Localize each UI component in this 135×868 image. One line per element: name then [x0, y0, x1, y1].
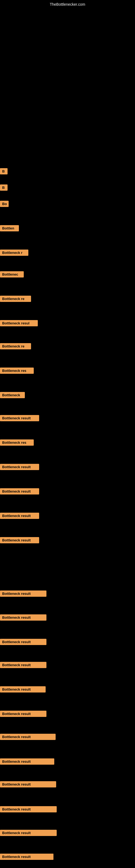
bottleneck-result-item[interactable]: Bottleneck result — [0, 711, 46, 717]
bottleneck-result-item[interactable]: Bottleneck result — [0, 686, 46, 692]
bottleneck-result-item[interactable]: B — [0, 168, 8, 175]
bottleneck-result-item[interactable]: Bottleneck resul — [0, 320, 38, 326]
bottleneck-result-item[interactable]: Bottleneck result — [0, 513, 39, 519]
bottleneck-result-item[interactable]: Bo — [0, 201, 9, 207]
bottleneck-result-item[interactable]: Bottleneck result — [0, 854, 53, 860]
bottleneck-result-item[interactable]: Bottleneck result — [0, 734, 56, 740]
bottleneck-result-item[interactable]: Bottleneck — [0, 392, 25, 398]
bottleneck-result-item[interactable]: Bottleneck res — [0, 368, 34, 374]
site-title: TheBottlenecker.com — [50, 2, 85, 6]
bottleneck-result-item[interactable]: Bottleneck result — [0, 662, 46, 668]
bottleneck-result-item[interactable]: Bottleneck result — [0, 415, 39, 421]
bottleneck-result-item[interactable]: Bottleneck result — [0, 614, 46, 621]
bottleneck-result-item[interactable]: Bottleneck result — [0, 488, 39, 495]
bottleneck-result-item[interactable]: Bottlenec — [0, 271, 24, 278]
bottleneck-result-item[interactable]: Bottleneck result — [0, 464, 39, 470]
bottleneck-result-item[interactable]: Bottleneck result — [0, 639, 46, 645]
bottleneck-result-item[interactable]: Bottleneck result — [0, 781, 56, 787]
bottleneck-result-item[interactable]: Bottlen — [0, 225, 19, 231]
bottleneck-result-item[interactable]: Bottleneck re — [0, 296, 31, 302]
bottleneck-result-item[interactable]: Bottleneck result — [0, 758, 54, 765]
bottleneck-result-item[interactable]: Bottleneck result — [0, 537, 39, 543]
bottleneck-result-item[interactable]: Bottleneck r — [0, 250, 28, 256]
bottleneck-result-item[interactable]: Bottleneck result — [0, 830, 57, 836]
bottleneck-result-item[interactable]: B — [0, 184, 8, 191]
bottleneck-result-item[interactable]: Bottleneck res — [0, 439, 34, 446]
bottleneck-result-item[interactable]: Bottleneck result — [0, 806, 57, 812]
bottleneck-result-item[interactable]: Bottleneck re — [0, 343, 31, 349]
bottleneck-result-item[interactable]: Bottleneck result — [0, 590, 46, 597]
